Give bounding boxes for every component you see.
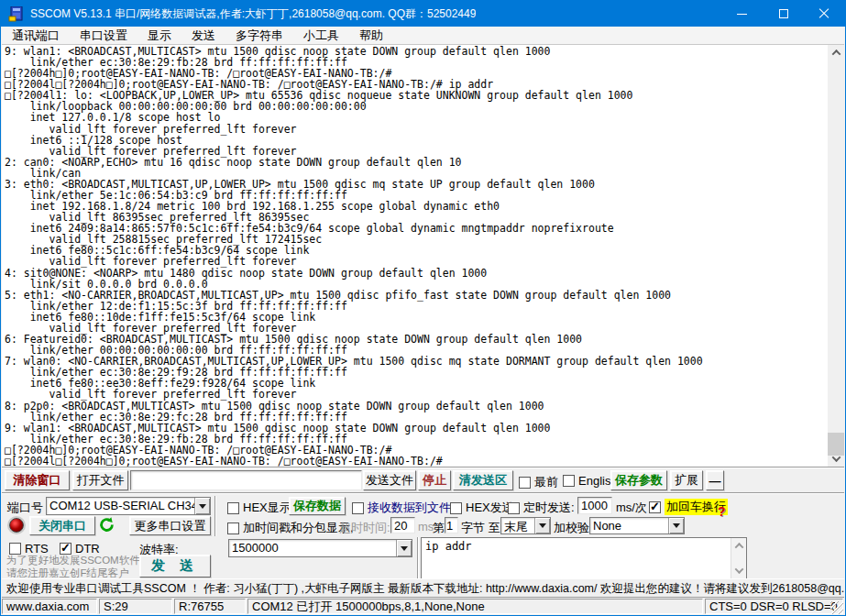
- help-icon[interactable]: ?: [718, 504, 726, 519]
- port-select[interactable]: COM12 USB-SERIAL CH340: [46, 497, 211, 515]
- dropdown-arrow-icon[interactable]: [668, 518, 684, 534]
- receive-to-file-checkbox[interactable]: 接收数据到文件: [352, 500, 451, 516]
- info-text: 欢迎使用专业串口调试工具SSCOM ！ 作者: 习小猛(丁丁) ,大虾电子网版主…: [6, 582, 844, 595]
- menu-item[interactable]: 显示: [137, 27, 181, 44]
- file-toolbar: 清除窗口 打开文件 发送文件 停止 清发送区 最前 English 保存参数 扩…: [2, 467, 844, 492]
- menu-item[interactable]: 小工具: [293, 27, 349, 44]
- terminal-text: 9: wlan1: <BROADCAST,MULTICAST> mtu 1500…: [2, 45, 844, 467]
- maximize-icon: [779, 9, 788, 18]
- checksum-select[interactable]: None: [589, 517, 685, 534]
- minimize-button[interactable]: [721, 1, 763, 27]
- menu-item[interactable]: 通讯端口: [2, 27, 70, 44]
- checksum-label: 加校验: [554, 520, 589, 536]
- menu-item[interactable]: 串口设置: [70, 27, 137, 44]
- stop-button[interactable]: 停止: [418, 470, 451, 490]
- send-scrollbar[interactable]: [731, 538, 746, 578]
- divider: [417, 537, 419, 579]
- serial-control-panel: 端口号 COM12 USB-SERIAL CH340 HEX显示 保存数据 接收…: [2, 492, 844, 578]
- baud-select[interactable]: 1500000: [228, 539, 412, 557]
- hex-display-checkbox[interactable]: HEX显示: [227, 500, 291, 516]
- checkbox-box: [352, 502, 364, 514]
- status-website[interactable]: www.daxia.com: [2, 599, 97, 614]
- port-label: 端口号: [7, 500, 43, 516]
- topmost-checkbox[interactable]: 最前: [519, 474, 558, 490]
- menu-bar: 通讯端口串口设置显示发送多字符串小工具帮助: [2, 27, 844, 45]
- checkbox-box: [508, 502, 520, 514]
- checkbox-box: [563, 475, 575, 487]
- timestamp-checkbox[interactable]: 加时间戳和分包显示,: [227, 520, 354, 536]
- send-button[interactable]: 发 送: [139, 555, 211, 578]
- app-window: SSCOM V5.13.1 串口/网络数据调试器,作者:大虾丁丁,2618058…: [0, 0, 846, 616]
- collapse-button[interactable]: —: [706, 470, 724, 490]
- app-icon: [8, 6, 25, 22]
- checkbox-box: [227, 522, 239, 534]
- port-status-led-icon: [9, 518, 24, 533]
- save-data-button[interactable]: 保存数据: [289, 497, 346, 515]
- window-controls: [721, 1, 845, 27]
- clear-send-area-button[interactable]: 清发送区: [453, 470, 513, 490]
- scroll-down-icon[interactable]: [828, 451, 844, 467]
- close-port-button[interactable]: 关闭串口: [29, 516, 95, 535]
- english-checkbox[interactable]: English: [563, 474, 618, 488]
- byte-start-input[interactable]: [445, 517, 458, 534]
- scroll-down-icon[interactable]: [731, 563, 747, 578]
- minimize-icon: [737, 14, 747, 15]
- resize-grip[interactable]: [830, 601, 843, 614]
- status-received-count: R:76755: [174, 599, 246, 614]
- checkbox-box: [227, 502, 239, 514]
- refresh-ports-icon[interactable]: [99, 517, 115, 536]
- title-bar: SSCOM V5.13.1 串口/网络数据调试器,作者:大虾丁丁,2618058…: [1, 1, 845, 27]
- interval-unit-label: ms/次: [616, 500, 647, 516]
- scroll-up-icon[interactable]: [828, 45, 844, 60]
- hex-send-checkbox[interactable]: HEX发送: [450, 500, 514, 516]
- timeout-input[interactable]: [390, 517, 415, 534]
- extend-button[interactable]: 扩展: [670, 470, 703, 490]
- send-interval-input[interactable]: [577, 497, 612, 514]
- close-button[interactable]: [804, 1, 845, 27]
- timeout-unit-label: ms: [418, 520, 434, 534]
- byte-end-select[interactable]: 末尾: [500, 517, 551, 534]
- timed-send-checkbox[interactable]: 定时发送:: [508, 500, 575, 516]
- checkbox-box: [519, 477, 531, 489]
- maximize-button[interactable]: [763, 1, 804, 27]
- dropdown-arrow-icon[interactable]: [534, 518, 550, 534]
- scroll-up-icon[interactable]: [731, 538, 747, 554]
- more-port-settings-button[interactable]: 更多串口设置: [129, 516, 211, 535]
- window-title: SSCOM V5.13.1 串口/网络数据调试器,作者:大虾丁丁,2618058…: [30, 6, 476, 22]
- send-input[interactable]: ip addr: [421, 537, 747, 579]
- menu-item[interactable]: 多字符串: [225, 27, 293, 44]
- checkbox-box: [450, 502, 462, 514]
- promo-text: 为了更好地发展SSCOM软件 请您注册嘉立创F结尾客户: [6, 554, 140, 579]
- info-bar: 欢迎使用专业串口调试工具SSCOM ！ 作者: 习小猛(丁丁) ,大虾电子网版主…: [2, 578, 844, 598]
- menu-item[interactable]: 发送: [181, 27, 225, 44]
- receive-area[interactable]: 9: wlan1: <BROADCAST,MULTICAST> mtu 1500…: [2, 45, 844, 467]
- status-modem-signals: CTS=0 DSR=0 RLSD=0: [705, 599, 843, 614]
- terminal-scrollbar[interactable]: [828, 45, 844, 467]
- status-sent-count: S:29: [99, 599, 172, 614]
- file-path-input[interactable]: [130, 470, 362, 490]
- send-file-button[interactable]: 发送文件: [363, 470, 416, 490]
- byte-suffix-label: 字节 至: [461, 520, 500, 536]
- append-crlf-checkbox[interactable]: 加回车换行: [649, 499, 728, 515]
- byte-prefix-label: 第: [433, 520, 445, 536]
- checkbox-box: [649, 501, 661, 513]
- divider: [214, 496, 216, 536]
- dropdown-arrow-icon[interactable]: [396, 540, 412, 556]
- status-port-state: COM12 已打开 1500000bps,8,1,None,None: [247, 599, 703, 614]
- dropdown-arrow-icon[interactable]: [194, 498, 210, 514]
- status-bar: www.daxia.com S:29 R:76755 COM12 已打开 150…: [2, 597, 844, 615]
- save-params-button[interactable]: 保存参数: [610, 470, 667, 490]
- clear-window-button[interactable]: 清除窗口: [5, 470, 70, 490]
- menu-item[interactable]: 帮助: [349, 27, 393, 44]
- timeout-label: 超时时间:: [339, 520, 390, 536]
- open-file-button[interactable]: 打开文件: [72, 470, 128, 490]
